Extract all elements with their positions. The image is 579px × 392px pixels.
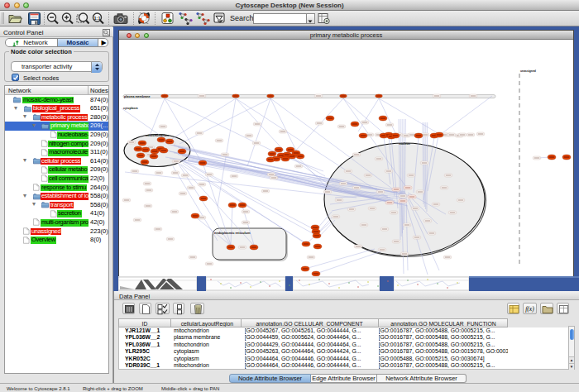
svg-text:1:1: 1:1 <box>94 16 101 21</box>
svg-text:endoplasmic reticulum: endoplasmic reticulum <box>214 231 251 235</box>
svg-text:plasma membrane: plasma membrane <box>124 95 151 98</box>
svg-text:unassigned: unassigned <box>520 69 536 73</box>
svg-text:mitochondrion: mitochondrion <box>146 133 170 137</box>
svg-text:nucleus: nucleus <box>399 142 410 146</box>
svg-text:cytoplasm: cytoplasm <box>123 107 138 110</box>
